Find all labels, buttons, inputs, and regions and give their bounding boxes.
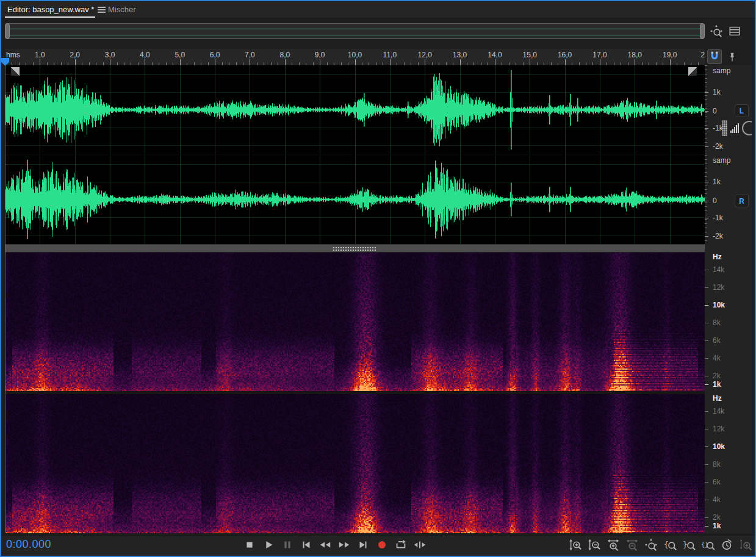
channel-left-button[interactable]: L [735, 104, 749, 117]
amplitude-scale-label: 0 [713, 107, 717, 115]
frequency-scale-tick [705, 384, 708, 385]
playhead-line [5, 65, 5, 533]
skip-to-end-button[interactable] [355, 537, 371, 553]
frequency-scale-tick [705, 270, 708, 270]
overview-range-bar[interactable] [5, 23, 705, 39]
channel-right-button[interactable]: R [735, 195, 749, 207]
zoom-out-amplitude-button[interactable] [586, 537, 602, 553]
ruler-time-label: 17,0 [592, 51, 607, 59]
hud-grip-icon[interactable] [722, 120, 727, 136]
gain-knob[interactable] [742, 121, 752, 135]
ruler-major-tick [250, 59, 250, 65]
ruler-time-label: 14,0 [488, 51, 502, 59]
ruler-major-tick [495, 59, 495, 65]
fast-forward-button[interactable] [336, 537, 352, 553]
magnet-snap-icon[interactable] [707, 49, 722, 64]
ruler-major-tick [425, 59, 425, 65]
frequency-scale-label: 1k [713, 522, 721, 530]
ruler-time-label: 8,0 [279, 51, 290, 59]
play-button[interactable] [261, 537, 276, 553]
frequency-scale-tick [705, 429, 708, 429]
zoom-in-time-button[interactable] [605, 537, 621, 553]
ruler-major-tick [40, 59, 40, 65]
splitter-grip-icon[interactable] [333, 246, 376, 251]
waveform-left-channel[interactable] [5, 65, 705, 154]
ruler-time-label: 10,0 [348, 51, 362, 59]
spectrogram-left-channel[interactable] [5, 253, 705, 391]
zoom-in-at-out-point-button[interactable]: } [681, 537, 697, 553]
frequency-scale-tick [705, 376, 708, 376]
amplitude-scale-tick [705, 111, 708, 112]
panel-list-icon[interactable] [727, 24, 742, 38]
pause-button[interactable] [279, 537, 295, 553]
rewind-button[interactable] [317, 537, 333, 553]
panel-menu-icon[interactable] [98, 7, 106, 13]
frequency-scale-label: 14k [713, 265, 724, 274]
amplitude-scale-label: -2k [713, 142, 723, 151]
zoom-to-selection-button[interactable]: {} [700, 537, 716, 553]
frequency-scale-tick [705, 305, 708, 306]
frequency-scale-tick [705, 482, 708, 483]
ruler-time-label: 13,0 [453, 51, 467, 59]
frequency-scale-tick [705, 500, 708, 500]
zoom-to-playhead-button[interactable] [738, 537, 754, 553]
frequency-scale-tick [705, 358, 708, 359]
timer-record-button[interactable] [719, 537, 735, 553]
view-splitter[interactable] [5, 244, 752, 253]
vertical-scale-column: L R samp1k0-1k-2ksamp1k0-1k-2kHz14k12k10… [705, 65, 752, 533]
transport-controls [242, 537, 428, 553]
frequency-scale-label: 2k [713, 513, 721, 522]
amplitude-scale-label: 0 [713, 196, 717, 205]
frequency-scale-label: 8k [713, 318, 721, 327]
spectrogram-right-channel[interactable] [5, 394, 705, 533]
ruler-major-tick [390, 59, 391, 65]
ruler-major-tick [530, 59, 530, 65]
zoom-in-amplitude-button[interactable] [567, 537, 583, 553]
skip-to-start-button[interactable] [298, 537, 314, 553]
ruler-time-label: 6,0 [210, 51, 220, 59]
ruler-major-tick [285, 59, 286, 65]
frequency-scale-label: 12k [713, 283, 724, 292]
zoom-out-time-button[interactable] [624, 537, 640, 553]
ruler-time-label: 4,0 [140, 51, 150, 59]
overview-right-handle[interactable] [700, 23, 705, 39]
frequency-scale-label: 14k [713, 407, 724, 415]
frequency-scale-tick [705, 411, 708, 412]
ruler-time-label: 20 [700, 51, 705, 59]
marker-pin-icon[interactable] [725, 50, 740, 65]
stop-button[interactable] [242, 537, 257, 553]
ruler-major-tick [670, 59, 671, 65]
frequency-scale-label: 4k [713, 354, 721, 362]
volume-bars-icon [730, 123, 739, 133]
frequency-scale-tick [705, 464, 708, 465]
frequency-scale-label: Hz [713, 253, 722, 261]
frequency-scale-label: 12k [713, 425, 724, 433]
amplitude-scale-label: 1k [713, 88, 721, 96]
ruler-major-tick [600, 59, 600, 65]
loop-playback-button[interactable] [393, 537, 409, 553]
ruler-time-label: 1,0 [35, 51, 45, 59]
ruler-major-tick [320, 59, 320, 65]
zoom-in-at-in-point-button[interactable]: { [662, 537, 678, 553]
tab-mischer[interactable]: Mischer [108, 1, 136, 18]
amplitude-scale-label: -1k [713, 214, 723, 222]
record-button[interactable] [374, 537, 390, 553]
fade-in-handle[interactable] [11, 67, 20, 76]
active-tab-underline [5, 16, 95, 18]
move-playhead-button[interactable] [412, 537, 428, 553]
gain-hud[interactable] [722, 119, 752, 137]
fade-out-handle[interactable] [688, 67, 697, 76]
ruler-unit-label: hms [6, 51, 20, 59]
frequency-scale-tick [705, 447, 708, 447]
zoom-navigate-icon[interactable] [709, 24, 724, 38]
overview-left-handle[interactable] [5, 23, 10, 39]
time-display[interactable]: 0:00.000 [6, 538, 51, 551]
frequency-scale-label: 1k [713, 380, 721, 389]
tab-editor[interactable]: Editor: basop_new.wav * [7, 1, 94, 18]
ruler-time-label: 12,0 [418, 51, 432, 59]
timeline-ruler[interactable]: hms 1,02,03,04,05,06,07,08,09,010,011,01… [5, 49, 705, 65]
amplitude-scale-tick [705, 146, 708, 147]
zoom-out-full-button[interactable] [643, 537, 659, 553]
overview-waveform-left [7, 29, 703, 29]
waveform-right-channel[interactable] [5, 155, 705, 244]
